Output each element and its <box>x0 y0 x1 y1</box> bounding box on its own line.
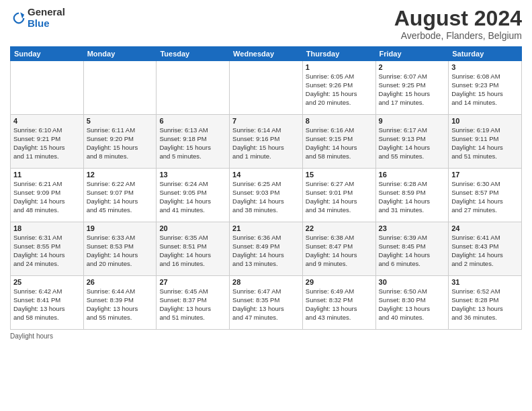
day-info: Sunrise: 6:39 AMSunset: 8:45 PMDaylight:… <box>379 234 446 268</box>
title-block: August 2024 Averbode, Flanders, Belgium <box>394 7 522 41</box>
day-info: Sunrise: 6:44 AMSunset: 8:39 PMDaylight:… <box>87 287 154 322</box>
calendar-cell <box>83 61 157 115</box>
day-number: 16 <box>379 171 446 179</box>
day-number: 3 <box>451 63 519 71</box>
day-info: Sunrise: 6:28 AMSunset: 8:59 PMDaylight:… <box>379 180 446 214</box>
day-number: 19 <box>87 224 154 232</box>
day-number: 27 <box>159 278 226 286</box>
col-sunday: Sunday <box>11 47 84 61</box>
calendar-cell: 7Sunrise: 6:14 AMSunset: 9:16 PMDaylight… <box>230 115 303 169</box>
day-info: Sunrise: 6:17 AMSunset: 9:13 PMDaylight:… <box>379 126 446 161</box>
day-number: 10 <box>451 117 519 125</box>
day-info: Sunrise: 6:11 AMSunset: 9:20 PMDaylight:… <box>87 126 154 161</box>
calendar-cell: 10Sunrise: 6:19 AMSunset: 9:11 PMDayligh… <box>449 115 522 169</box>
calendar-cell: 27Sunrise: 6:45 AMSunset: 8:37 PMDayligh… <box>157 276 230 330</box>
col-thursday: Thursday <box>302 47 375 61</box>
calendar-cell: 13Sunrise: 6:24 AMSunset: 9:05 PMDayligh… <box>157 169 230 222</box>
day-info: Sunrise: 6:35 AMSunset: 8:51 PMDaylight:… <box>159 234 226 268</box>
calendar-cell: 9Sunrise: 6:17 AMSunset: 9:13 PMDaylight… <box>375 115 449 169</box>
calendar-cell: 14Sunrise: 6:25 AMSunset: 9:03 PMDayligh… <box>230 169 303 222</box>
day-info: Sunrise: 6:42 AMSunset: 8:41 PMDaylight:… <box>13 287 81 322</box>
logo-general: General <box>28 7 65 18</box>
calendar-cell: 3Sunrise: 6:08 AMSunset: 9:23 PMDaylight… <box>449 61 522 115</box>
day-number: 25 <box>13 278 81 286</box>
day-info: Sunrise: 6:45 AMSunset: 8:37 PMDaylight:… <box>159 287 226 322</box>
day-number: 26 <box>87 278 154 286</box>
day-number: 29 <box>306 278 373 286</box>
calendar-cell: 8Sunrise: 6:16 AMSunset: 9:15 PMDaylight… <box>302 115 375 169</box>
footer: Daylight hours <box>10 332 522 340</box>
logo-blue: Blue <box>28 18 65 30</box>
logo-icon <box>11 11 26 26</box>
calendar-cell: 5Sunrise: 6:11 AMSunset: 9:20 PMDaylight… <box>83 115 157 169</box>
footer-text: Daylight hours <box>10 332 53 340</box>
day-info: Sunrise: 6:19 AMSunset: 9:11 PMDaylight:… <box>451 126 519 161</box>
day-info: Sunrise: 6:49 AMSunset: 8:32 PMDaylight:… <box>306 287 373 322</box>
calendar-week-4: 18Sunrise: 6:31 AMSunset: 8:55 PMDayligh… <box>11 222 522 276</box>
day-info: Sunrise: 6:30 AMSunset: 8:57 PMDaylight:… <box>451 180 519 214</box>
calendar-cell: 4Sunrise: 6:10 AMSunset: 9:21 PMDaylight… <box>11 115 84 169</box>
day-number: 21 <box>232 224 300 232</box>
calendar-cell: 16Sunrise: 6:28 AMSunset: 8:59 PMDayligh… <box>375 169 449 222</box>
day-info: Sunrise: 6:16 AMSunset: 9:15 PMDaylight:… <box>306 126 373 161</box>
day-number: 5 <box>87 117 154 125</box>
calendar-cell: 19Sunrise: 6:33 AMSunset: 8:53 PMDayligh… <box>83 222 157 276</box>
month-year: August 2024 <box>394 7 522 30</box>
col-monday: Monday <box>83 47 157 61</box>
calendar-cell: 11Sunrise: 6:21 AMSunset: 9:09 PMDayligh… <box>11 169 84 222</box>
calendar-cell: 22Sunrise: 6:38 AMSunset: 8:47 PMDayligh… <box>302 222 375 276</box>
day-number: 2 <box>379 63 446 71</box>
calendar-cell: 31Sunrise: 6:52 AMSunset: 8:28 PMDayligh… <box>449 276 522 330</box>
col-tuesday: Tuesday <box>157 47 230 61</box>
day-number: 15 <box>306 171 373 179</box>
day-info: Sunrise: 6:08 AMSunset: 9:23 PMDaylight:… <box>451 73 519 107</box>
calendar-table: Sunday Monday Tuesday Wednesday Thursday… <box>10 46 522 330</box>
day-number: 11 <box>13 171 81 179</box>
day-number: 20 <box>159 224 226 232</box>
day-info: Sunrise: 6:05 AMSunset: 9:26 PMDaylight:… <box>306 73 373 107</box>
calendar-week-3: 11Sunrise: 6:21 AMSunset: 9:09 PMDayligh… <box>11 169 522 222</box>
calendar-cell <box>230 61 303 115</box>
day-number: 9 <box>379 117 446 125</box>
col-friday: Friday <box>375 47 449 61</box>
day-info: Sunrise: 6:38 AMSunset: 8:47 PMDaylight:… <box>306 234 373 268</box>
calendar-cell: 17Sunrise: 6:30 AMSunset: 8:57 PMDayligh… <box>449 169 522 222</box>
day-number: 30 <box>379 278 446 286</box>
calendar-cell: 25Sunrise: 6:42 AMSunset: 8:41 PMDayligh… <box>11 276 84 330</box>
calendar-cell: 26Sunrise: 6:44 AMSunset: 8:39 PMDayligh… <box>83 276 157 330</box>
logo: General Blue <box>10 7 65 29</box>
day-info: Sunrise: 6:50 AMSunset: 8:30 PMDaylight:… <box>379 287 446 322</box>
calendar-cell: 21Sunrise: 6:36 AMSunset: 8:49 PMDayligh… <box>230 222 303 276</box>
col-wednesday: Wednesday <box>230 47 303 61</box>
calendar-cell: 28Sunrise: 6:47 AMSunset: 8:35 PMDayligh… <box>230 276 303 330</box>
day-number: 7 <box>232 117 300 125</box>
day-number: 8 <box>306 117 373 125</box>
day-number: 22 <box>306 224 373 232</box>
calendar-cell: 2Sunrise: 6:07 AMSunset: 9:25 PMDaylight… <box>375 61 449 115</box>
page-container: General Blue August 2024 Averbode, Fland… <box>0 0 532 411</box>
logo-text: General Blue <box>28 7 65 29</box>
day-info: Sunrise: 6:22 AMSunset: 9:07 PMDaylight:… <box>87 180 154 214</box>
calendar-cell: 12Sunrise: 6:22 AMSunset: 9:07 PMDayligh… <box>83 169 157 222</box>
day-info: Sunrise: 6:31 AMSunset: 8:55 PMDaylight:… <box>13 234 81 268</box>
calendar-cell: 23Sunrise: 6:39 AMSunset: 8:45 PMDayligh… <box>375 222 449 276</box>
day-info: Sunrise: 6:25 AMSunset: 9:03 PMDaylight:… <box>232 180 300 214</box>
calendar-cell: 30Sunrise: 6:50 AMSunset: 8:30 PMDayligh… <box>375 276 449 330</box>
day-info: Sunrise: 6:24 AMSunset: 9:05 PMDaylight:… <box>159 180 226 214</box>
day-number: 24 <box>451 224 519 232</box>
calendar-week-5: 25Sunrise: 6:42 AMSunset: 8:41 PMDayligh… <box>11 276 522 330</box>
calendar-cell: 6Sunrise: 6:13 AMSunset: 9:18 PMDaylight… <box>157 115 230 169</box>
day-info: Sunrise: 6:47 AMSunset: 8:35 PMDaylight:… <box>232 287 300 322</box>
day-number: 1 <box>306 63 373 71</box>
col-saturday: Saturday <box>449 47 522 61</box>
calendar-cell: 18Sunrise: 6:31 AMSunset: 8:55 PMDayligh… <box>11 222 84 276</box>
day-info: Sunrise: 6:33 AMSunset: 8:53 PMDaylight:… <box>87 234 154 268</box>
day-number: 4 <box>13 117 81 125</box>
day-info: Sunrise: 6:14 AMSunset: 9:16 PMDaylight:… <box>232 126 300 161</box>
calendar-cell: 29Sunrise: 6:49 AMSunset: 8:32 PMDayligh… <box>302 276 375 330</box>
day-number: 31 <box>451 278 519 286</box>
day-number: 14 <box>232 171 300 179</box>
location: Averbode, Flanders, Belgium <box>394 30 522 41</box>
calendar-cell: 1Sunrise: 6:05 AMSunset: 9:26 PMDaylight… <box>302 61 375 115</box>
calendar-cell: 15Sunrise: 6:27 AMSunset: 9:01 PMDayligh… <box>302 169 375 222</box>
